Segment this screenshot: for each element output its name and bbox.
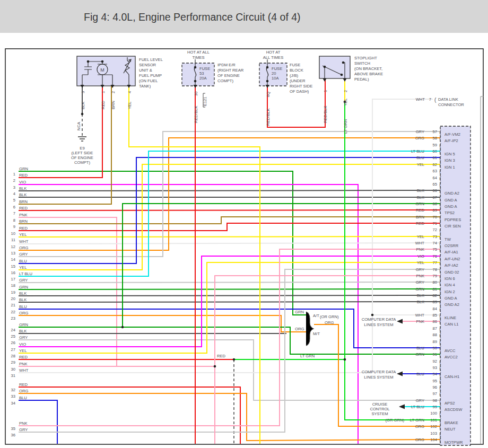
pin-wire-color: GRY — [416, 280, 424, 285]
label: (ON BRACKET, — [354, 66, 382, 71]
pin-wire-color: GRY — [416, 129, 424, 134]
row-color: BLK — [19, 186, 27, 191]
pin-wire-color: PNK — [416, 274, 424, 278]
pin-wire-color: GRY — [416, 398, 424, 403]
label: SYSTEM — [371, 411, 388, 416]
label: OF ENGINE — [217, 73, 240, 78]
row-number: 20 — [11, 296, 15, 301]
row-number: 3 — [13, 185, 15, 190]
pin-number: 63 — [433, 169, 437, 173]
junction-dot — [324, 66, 326, 68]
row-color: GRN — [19, 166, 28, 171]
pin-number: 98 — [433, 398, 437, 403]
row-number: 8 — [13, 218, 15, 223]
row-number: 35 — [11, 426, 15, 431]
pin-name: IGN 4 — [445, 283, 455, 287]
junction-dot — [194, 80, 197, 83]
row-number: 12 — [11, 244, 15, 249]
row-color: RED — [19, 226, 28, 231]
pin-wire-color: BRN — [416, 215, 424, 219]
pin-number: 69 — [433, 208, 437, 213]
pin-name: BRAKE — [445, 420, 458, 425]
label: CRUISE — [372, 402, 388, 407]
label: YEL — [343, 99, 348, 106]
row-number: 6 — [13, 205, 15, 209]
row-color: BRN — [19, 219, 28, 224]
row-color: YEL — [19, 348, 27, 353]
row-color: RED — [19, 355, 28, 359]
label: 20A — [199, 76, 207, 81]
wiring-diagram: MHOT AT ALLTIMESHOT ATALL TIMESFUSE5320A… — [0, 0, 488, 448]
pin-name: CIR SEN — [445, 224, 461, 229]
row-color: BLK — [19, 329, 27, 333]
junction-dot — [214, 365, 216, 368]
junction-dot — [344, 358, 346, 361]
pin-number: 86 — [433, 319, 437, 324]
label: IPDM E/R — [217, 63, 236, 67]
row-number: 18 — [11, 283, 15, 288]
ecm-pin-59: 59( — [433, 143, 442, 148]
pin-number: 79 — [433, 274, 437, 278]
pin-number: 81 — [433, 287, 437, 292]
row-color: BLK — [19, 192, 27, 197]
pin-wire-color: BLK — [417, 293, 424, 298]
label: LT GRN — [300, 354, 315, 358]
pin-name: A/F-IP2 — [445, 138, 458, 143]
label: ALL TIMES — [263, 55, 283, 60]
pin-number: 92 — [433, 359, 437, 364]
ecm-pin-96: 96( — [433, 385, 442, 391]
label: COMPT) — [74, 160, 90, 165]
row-color: RED — [19, 206, 28, 210]
pin-number: 97 — [433, 391, 437, 396]
label: COMPUTER DATA — [362, 370, 397, 374]
down-arrow-icon — [343, 78, 347, 82]
pin-number: 70 — [433, 215, 437, 219]
row-color: WHT — [19, 368, 29, 373]
pin-name: PDPRES — [445, 217, 461, 222]
row-color: BLU — [19, 396, 27, 400]
pin-number: 71 — [433, 221, 437, 226]
pin-wire-color: BLK — [417, 300, 424, 304]
row-color: LT BLU — [19, 271, 32, 276]
label: OF DASH) — [290, 89, 309, 94]
pin-number: 65 — [433, 182, 437, 187]
label: FUSE — [199, 66, 210, 71]
pin-name: TW — [445, 237, 451, 242]
label: RED — [101, 100, 106, 109]
pin-number: 85 — [433, 313, 437, 318]
down-arrow-icon — [323, 78, 327, 82]
pin-number: 89 — [433, 339, 437, 344]
label: UNIT & — [139, 68, 152, 73]
pin-number: 103 — [430, 431, 437, 436]
pin-wire-color: BLK — [417, 195, 424, 200]
wire-brn — [19, 86, 111, 204]
wire-red — [19, 387, 240, 444]
label: 10A — [272, 76, 279, 81]
pin-number: 84 — [433, 306, 437, 311]
label: WHT — [416, 97, 425, 102]
diagram-border — [5, 49, 483, 444]
row-color: BLK — [19, 297, 27, 302]
pin-number: 100 — [430, 411, 437, 416]
label: YEL — [127, 102, 132, 109]
pin-number: 80 — [433, 280, 437, 285]
row-color: BRN — [19, 199, 28, 204]
row-color: YEL — [19, 265, 27, 270]
pin-number: 77 — [433, 260, 437, 265]
pin-note: (OR GRN) — [386, 418, 405, 423]
pin-name: KLINE — [445, 315, 456, 320]
row-number: 21 — [11, 303, 15, 308]
label: FUSE — [290, 63, 300, 67]
pin-number: 67 — [433, 195, 437, 200]
row-color: BLU — [19, 259, 27, 263]
label: BRN — [111, 101, 116, 109]
wire-grn — [19, 289, 440, 289]
label: COMPT) — [217, 78, 233, 83]
row-color: WHT — [19, 239, 29, 244]
pin-number: 82 — [433, 293, 437, 298]
row-number: 32 — [11, 388, 15, 392]
ecm-pin-97: 97( — [433, 391, 442, 397]
pin-number: 68 — [433, 201, 437, 206]
pin-wire-color: BLU — [416, 346, 424, 350]
row-color: GRN — [19, 322, 28, 327]
